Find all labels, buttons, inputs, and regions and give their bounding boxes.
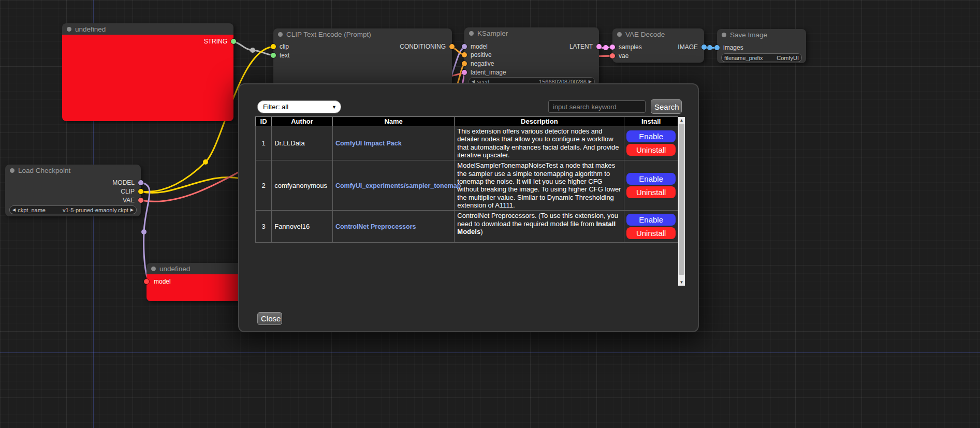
filename-prefix-widget[interactable]: filename_prefix ComfyUI [721, 53, 802, 62]
node-header: KSampler [464, 27, 599, 39]
input-socket-images[interactable] [714, 45, 720, 50]
extension-description: ControlNet Preprocessors. (To use this e… [455, 211, 624, 243]
filter-dropdown[interactable]: Filter: all [257, 100, 341, 113]
output-socket-clip[interactable] [138, 189, 143, 194]
widget-value: ComfyUI [777, 55, 799, 61]
install-cell: Enable Uninstall [624, 211, 678, 243]
uninstall-button[interactable]: Uninstall [626, 144, 676, 156]
column-header-description: Description [455, 117, 624, 126]
input-socket-samples[interactable] [610, 45, 615, 50]
input-label-images: images [723, 44, 743, 51]
node-title: CLIP Text Encode (Prompt) [286, 31, 371, 38]
node-status-icon [469, 31, 474, 36]
input-label-clip: clip [280, 43, 289, 50]
node-header: undefined [62, 23, 233, 35]
node-status-icon [10, 168, 14, 173]
table-scrollbar[interactable]: ▲ ▼ [678, 117, 685, 286]
output-label-image: IMAGE [678, 43, 698, 51]
output-label-clip: CLIP [121, 188, 135, 195]
input-socket-clip[interactable] [271, 44, 276, 49]
extension-link[interactable]: ComfyUI_experiments/sampler_tonemap [335, 182, 461, 189]
custom-nodes-manager-dialog: Filter: all ▼ Search ID Author Name Desc… [239, 84, 698, 331]
scroll-up-icon[interactable]: ▲ [678, 117, 685, 124]
input-socket-positive[interactable] [462, 52, 467, 57]
node-title: Save Image [730, 31, 767, 39]
extension-description: This extension offers various detector n… [455, 126, 624, 160]
widget-value: v1-5-pruned-emaonly.ckpt [63, 207, 128, 213]
missing-node-body [62, 35, 233, 121]
enable-button[interactable]: Enable [626, 214, 676, 226]
widget-label: ckpt_name [18, 207, 46, 213]
install-cell: Enable Uninstall [624, 126, 678, 160]
uninstall-button[interactable]: Uninstall [626, 227, 676, 239]
enable-button[interactable]: Enable [626, 130, 676, 142]
output-socket-string[interactable] [231, 39, 236, 44]
table-header-row: ID Author Name Description Install [256, 117, 678, 126]
extension-link[interactable]: ControlNet Preprocessors [335, 223, 416, 230]
input-label-model: model [154, 278, 171, 285]
node-status-icon [151, 267, 156, 271]
node-save-image[interactable]: Save Image images filename_prefix ComfyU… [717, 29, 806, 63]
node-ksampler[interactable]: KSampler model positive negative latent_… [464, 27, 599, 85]
output-socket-image[interactable] [701, 45, 707, 50]
output-socket-latent[interactable] [596, 44, 602, 49]
output-label-string: STRING [204, 38, 227, 45]
node-title: undefined [159, 265, 190, 273]
extension-link[interactable]: ComfyUI Impact Pack [335, 140, 402, 147]
output-socket-model[interactable] [138, 180, 143, 185]
node-title: Load Checkpoint [18, 167, 70, 174]
filter-dropdown-wrap: Filter: all ▼ [257, 100, 341, 113]
widget-label: filename_prefix [724, 55, 763, 61]
search-input[interactable] [548, 100, 646, 113]
decrement-icon[interactable]: ◀ [12, 206, 16, 214]
node-undefined-top[interactable]: undefined STRING [62, 23, 233, 121]
extension-author: Fannovel16 [272, 211, 333, 243]
enable-button[interactable]: Enable [626, 173, 676, 185]
input-label-text: text [280, 52, 289, 59]
increment-icon[interactable]: ▶ [130, 206, 134, 214]
extensions-table: ID Author Name Description Install 1 Dr.… [255, 116, 678, 243]
table-row: 2 comfyanonymous ComfyUI_experiments/sam… [256, 160, 678, 211]
input-socket-vae[interactable] [610, 53, 615, 58]
extension-author: comfyanonymous [272, 160, 333, 211]
column-header-author: Author [272, 117, 333, 126]
link-midpoint-dot [141, 229, 147, 234]
input-label-model: model [471, 43, 488, 50]
close-button[interactable]: Close [257, 312, 282, 325]
input-label-vae: vae [619, 52, 628, 60]
scroll-down-icon[interactable]: ▼ [678, 279, 685, 286]
link-midpoint-dot [603, 45, 608, 50]
extension-id: 2 [256, 160, 272, 211]
output-socket-vae[interactable] [138, 198, 143, 203]
node-header: Save Image [717, 29, 806, 40]
node-vae-decode[interactable]: VAE Decode samples vae IMAGE [612, 28, 704, 63]
uninstall-button[interactable]: Uninstall [626, 186, 676, 198]
input-socket-model[interactable] [462, 44, 467, 49]
input-socket-negative[interactable] [462, 61, 467, 66]
input-label-latent-image: latent_image [471, 69, 506, 76]
widget-value: 156680208700286 [539, 79, 587, 85]
extension-id: 3 [256, 211, 272, 243]
input-socket-model[interactable] [144, 279, 149, 284]
column-header-install: Install [624, 117, 678, 126]
output-label-model: MODEL [112, 179, 135, 186]
ckpt-name-widget[interactable]: ◀ ckpt_name v1-5-pruned-emaonly.ckpt ▶ [9, 205, 137, 214]
link-midpoint-dot [707, 45, 712, 50]
input-socket-text[interactable] [271, 53, 276, 58]
column-header-id: ID [256, 117, 272, 126]
output-label-latent: LATENT [569, 43, 593, 50]
extension-author: Dr.Lt.Data [272, 126, 333, 160]
extension-id: 1 [256, 126, 272, 160]
input-socket-latent-image[interactable] [462, 70, 467, 75]
input-label-positive: positive [471, 51, 492, 58]
search-button[interactable]: Search [651, 99, 682, 114]
install-cell: Enable Uninstall [624, 160, 678, 211]
node-title: VAE Decode [625, 31, 665, 38]
node-clip-text-encode[interactable]: CLIP Text Encode (Prompt) clip text COND… [273, 28, 452, 87]
output-label-vae: VAE [123, 197, 135, 204]
table-row: 3 Fannovel16 ControlNet Preprocessors Co… [256, 211, 678, 243]
node-header: CLIP Text Encode (Prompt) [273, 28, 452, 40]
node-load-checkpoint[interactable]: Load Checkpoint MODEL CLIP VAE ◀ ckpt_na… [5, 165, 141, 216]
scrollbar-thumb[interactable] [679, 124, 684, 275]
output-socket-conditioning[interactable] [449, 44, 455, 49]
